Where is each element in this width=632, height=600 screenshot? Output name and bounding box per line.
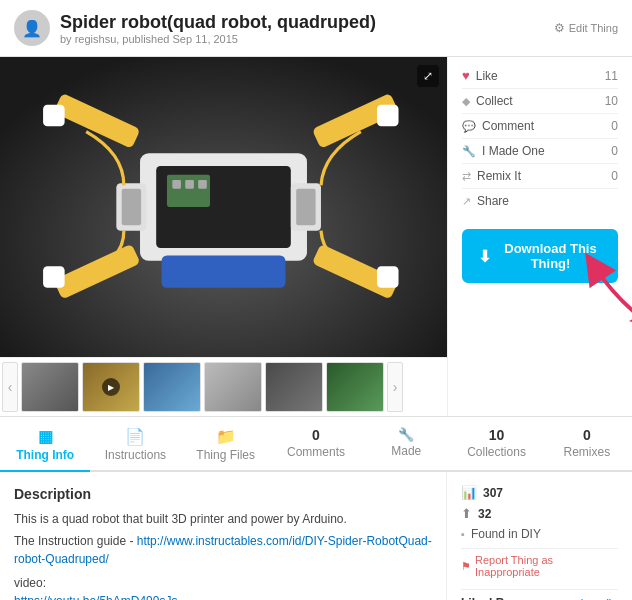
thumbnail-3[interactable] bbox=[143, 362, 201, 412]
thumbnail-6[interactable] bbox=[326, 362, 384, 412]
download-button[interactable]: ⬇ Download This Thing! bbox=[462, 229, 618, 283]
main-image: ⤢ bbox=[0, 57, 447, 357]
tab-remixes[interactable]: 0 Remixes bbox=[542, 417, 632, 472]
views-row: 📊 307 bbox=[461, 482, 618, 503]
page-subtitle: by regishsu, published Sep 11, 2015 bbox=[60, 33, 544, 45]
main-content-row: ⤢ ‹ ▶ › ♥ Like 11 bbox=[0, 57, 632, 416]
description-text2: The Instruction guide - http://www.instr… bbox=[14, 532, 432, 568]
avatar: 👤 bbox=[14, 10, 50, 46]
thumb-next-button[interactable]: › bbox=[387, 362, 403, 412]
description-section: Description This is a quad robot that bu… bbox=[0, 472, 447, 600]
page-title: Spider robot(quad robot, quadruped) bbox=[60, 12, 544, 33]
svg-rect-20 bbox=[296, 189, 315, 226]
collect-row: ◆ Collect 10 bbox=[462, 89, 618, 114]
report-button[interactable]: ⚑ Report Thing as Inappropriate bbox=[461, 548, 618, 583]
comment-count: 0 bbox=[611, 119, 618, 133]
svg-rect-13 bbox=[43, 266, 65, 288]
tab-collections[interactable]: 10 Collections bbox=[451, 417, 541, 472]
content-row: Description This is a quad robot that bu… bbox=[0, 472, 632, 600]
thing-info-icon: ▦ bbox=[4, 427, 86, 446]
page-header: 👤 Spider robot(quad robot, quadruped) by… bbox=[0, 0, 632, 57]
flag-icon: ⚑ bbox=[461, 560, 471, 573]
svg-rect-16 bbox=[162, 255, 286, 287]
downloads-row: ⬆ 32 bbox=[461, 503, 618, 524]
liked-by-label: Liked By bbox=[461, 596, 511, 600]
thumbnail-5[interactable] bbox=[265, 362, 323, 412]
expand-button[interactable]: ⤢ bbox=[417, 65, 439, 87]
tab-made[interactable]: 🔧 Made bbox=[361, 417, 451, 472]
play-icon: ▶ bbox=[102, 378, 120, 396]
made-tab-icon: 🔧 bbox=[365, 427, 447, 442]
comment-row: 💬 Comment 0 bbox=[462, 114, 618, 139]
share-button[interactable]: ↗ Share bbox=[462, 194, 509, 208]
category-icon: ▪ bbox=[461, 528, 465, 540]
tab-comments[interactable]: 0 Comments bbox=[271, 417, 361, 472]
thumbnail-2[interactable]: ▶ bbox=[82, 362, 140, 412]
remix-row: ⇄ Remix It 0 bbox=[462, 164, 618, 189]
like-row: ♥ Like 11 bbox=[462, 63, 618, 89]
thumb-prev-button[interactable]: ‹ bbox=[2, 362, 18, 412]
instructions-icon: 📄 bbox=[94, 427, 176, 446]
thumbnail-4[interactable] bbox=[204, 362, 262, 412]
tabs-row: ▦ Thing Info 📄 Instructions 📁 Thing File… bbox=[0, 416, 632, 472]
sidebar-actions: ♥ Like 11 ◆ Collect 10 💬 Comment 0 bbox=[448, 57, 632, 219]
action-sidebar: ♥ Like 11 ◆ Collect 10 💬 Comment 0 bbox=[447, 57, 632, 416]
svg-rect-9 bbox=[43, 105, 65, 127]
like-count: 11 bbox=[605, 69, 618, 83]
liked-by-row: Liked By view all › bbox=[461, 589, 618, 600]
remix-icon: ⇄ bbox=[462, 170, 471, 183]
share-row: ↗ Share bbox=[462, 189, 618, 213]
collect-button[interactable]: ◆ Collect bbox=[462, 94, 513, 108]
svg-rect-5 bbox=[172, 180, 181, 189]
collect-icon: ◆ bbox=[462, 95, 470, 108]
made-one-button[interactable]: 🔧 I Made One bbox=[462, 144, 545, 158]
tab-instructions[interactable]: 📄 Instructions bbox=[90, 417, 180, 472]
svg-rect-4 bbox=[167, 175, 210, 207]
downloads-icon: ⬆ bbox=[461, 506, 472, 521]
remix-button[interactable]: ⇄ Remix It bbox=[462, 169, 521, 183]
found-in-row: ▪ Found in DIY bbox=[461, 524, 618, 544]
downloads-count: 32 bbox=[478, 507, 491, 521]
tab-thing-files[interactable]: 📁 Thing Files bbox=[181, 417, 271, 472]
stats-sidebar: 📊 307 ⬆ 32 ▪ Found in DIY ⚑ Report Thing… bbox=[447, 472, 632, 600]
found-in-label: Found in DIY bbox=[471, 527, 541, 541]
svg-rect-15 bbox=[377, 266, 399, 288]
thing-files-icon: 📁 bbox=[185, 427, 267, 446]
heart-icon: ♥ bbox=[462, 68, 470, 83]
download-icon: ⬇ bbox=[478, 247, 491, 266]
views-count: 307 bbox=[483, 486, 503, 500]
comment-icon: 💬 bbox=[462, 120, 476, 133]
image-section: ⤢ ‹ ▶ › bbox=[0, 57, 447, 416]
description-heading: Description bbox=[14, 486, 432, 502]
svg-rect-6 bbox=[185, 180, 194, 189]
svg-rect-7 bbox=[198, 180, 207, 189]
expand-icon: ⤢ bbox=[423, 69, 433, 83]
like-button[interactable]: ♥ Like bbox=[462, 68, 498, 83]
svg-rect-11 bbox=[377, 105, 399, 127]
robot-image bbox=[0, 57, 447, 357]
made-one-count: 0 bbox=[611, 144, 618, 158]
edit-thing-button[interactable]: ⚙ Edit Thing bbox=[554, 21, 618, 35]
share-icon: ↗ bbox=[462, 195, 471, 208]
collect-count: 10 bbox=[605, 94, 618, 108]
svg-rect-18 bbox=[122, 189, 141, 226]
remix-count: 0 bbox=[611, 169, 618, 183]
video-link1[interactable]: https://youtu.be/5hAmD499sJs bbox=[14, 594, 177, 600]
thumbnail-1[interactable] bbox=[21, 362, 79, 412]
comment-button[interactable]: 💬 Comment bbox=[462, 119, 534, 133]
tab-thing-info[interactable]: ▦ Thing Info bbox=[0, 417, 90, 472]
made-one-row: 🔧 I Made One 0 bbox=[462, 139, 618, 164]
description-text1: This is a quad robot that built 3D print… bbox=[14, 510, 432, 528]
video-label: video: bbox=[14, 574, 432, 592]
thumbnails-row: ‹ ▶ › bbox=[0, 357, 447, 416]
views-icon: 📊 bbox=[461, 485, 477, 500]
gear-icon: ⚙ bbox=[554, 21, 565, 35]
made-icon: 🔧 bbox=[462, 145, 476, 158]
header-info: Spider robot(quad robot, quadruped) by r… bbox=[60, 12, 544, 45]
download-area: ⬇ Download This Thing! bbox=[448, 219, 632, 291]
